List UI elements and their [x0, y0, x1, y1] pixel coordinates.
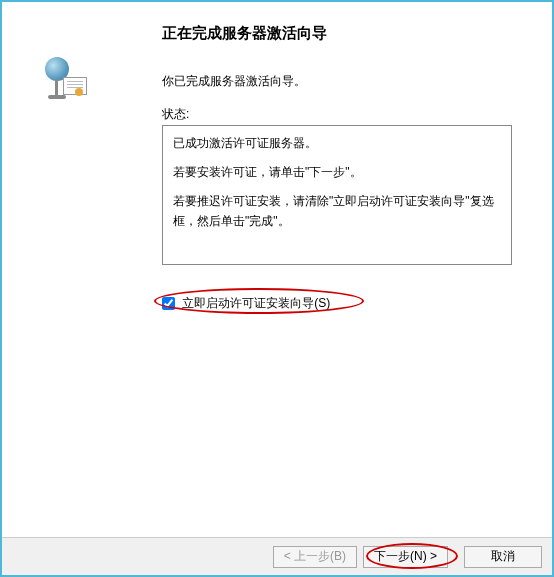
status-label: 状态: — [162, 106, 532, 123]
content-area: 正在完成服务器激活向导 你已完成服务器激活向导。 状态: 已成功激活许可证服务器… — [2, 2, 552, 537]
cancel-button[interactable]: 取消 — [464, 546, 542, 568]
back-button: < 上一步(B) — [273, 546, 357, 568]
start-install-wizard-checkbox[interactable] — [162, 297, 175, 310]
status-line: 若要安装许可证，请单击"下一步"。 — [173, 163, 501, 182]
icon-column — [2, 2, 162, 537]
server-certificate-icon — [37, 57, 87, 107]
button-bar: < 上一步(B) 下一步(N) > 取消 — [2, 537, 552, 575]
wizard-title: 正在完成服务器激活向导 — [162, 24, 532, 43]
start-install-wizard-checkbox-row: 立即启动许可证安装向导(S) — [162, 295, 330, 312]
wizard-window: 正在完成服务器激活向导 你已完成服务器激活向导。 状态: 已成功激活许可证服务器… — [2, 2, 552, 575]
status-textbox: 已成功激活许可证服务器。 若要安装许可证，请单击"下一步"。 若要推迟许可证安装… — [162, 125, 512, 265]
status-line: 若要推迟许可证安装，请清除"立即启动许可证安装向导"复选框，然后单击"完成"。 — [173, 192, 501, 230]
status-line: 已成功激活许可证服务器。 — [173, 134, 501, 153]
wizard-subtitle: 你已完成服务器激活向导。 — [162, 73, 532, 90]
next-button[interactable]: 下一步(N) > — [363, 546, 448, 568]
main-column: 正在完成服务器激活向导 你已完成服务器激活向导。 状态: 已成功激活许可证服务器… — [162, 2, 552, 537]
checkbox-label[interactable]: 立即启动许可证安装向导(S) — [182, 296, 330, 310]
